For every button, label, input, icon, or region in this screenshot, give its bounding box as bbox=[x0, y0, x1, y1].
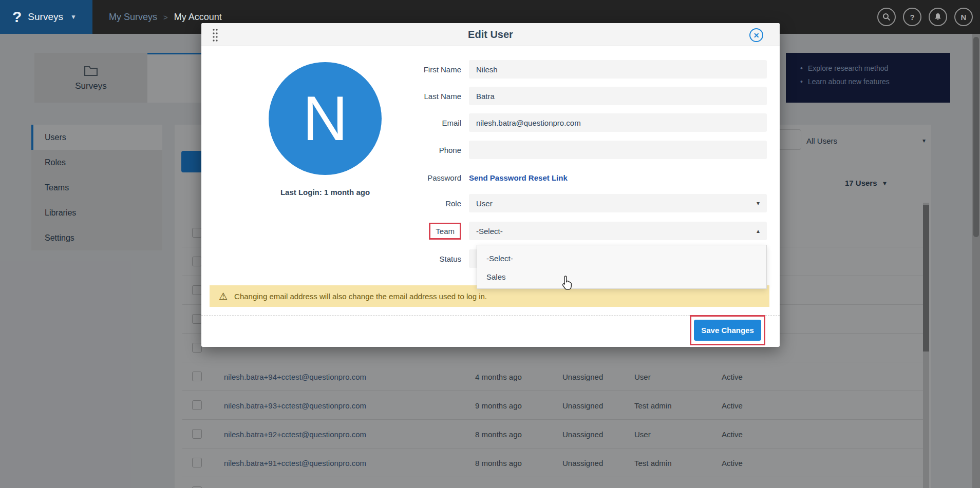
last-name-value: Batra bbox=[476, 92, 495, 101]
breadcrumb-my-surveys[interactable]: My Surveys bbox=[109, 12, 157, 23]
last-login-text: Last Login: 1 month ago bbox=[258, 188, 392, 197]
email-input[interactable]: nilesh.batra@questionpro.com bbox=[469, 113, 767, 132]
password-row: Password Send Password Reset Link bbox=[397, 168, 767, 187]
user-avatar: N bbox=[269, 62, 382, 175]
last-name-row: Last Name Batra bbox=[397, 87, 767, 105]
notifications-button[interactable] bbox=[929, 8, 947, 26]
chevron-down-icon: ▼ bbox=[70, 13, 77, 21]
chevron-down-icon: ▾ bbox=[757, 200, 760, 207]
status-label: Status bbox=[397, 255, 469, 263]
questionpro-logo-icon: ? bbox=[12, 9, 22, 25]
search-icon bbox=[882, 13, 891, 21]
modal-title: Edit User bbox=[201, 23, 780, 46]
close-button[interactable]: ✕ bbox=[749, 28, 763, 42]
account-avatar[interactable]: N bbox=[954, 8, 973, 26]
user-avatar-initial: N bbox=[303, 83, 348, 154]
save-button-annotation: Save Changes bbox=[690, 315, 765, 345]
role-row: Role User ▾ bbox=[397, 194, 767, 212]
save-changes-button[interactable]: Save Changes bbox=[694, 320, 761, 341]
search-button[interactable] bbox=[877, 8, 896, 26]
phone-row: Phone bbox=[397, 141, 767, 159]
product-menu[interactable]: ? Surveys ▼ bbox=[0, 0, 92, 34]
modal-header: Edit User ✕ bbox=[201, 23, 780, 46]
password-label: Password bbox=[397, 173, 469, 182]
help-button[interactable]: ? bbox=[903, 8, 921, 26]
team-dropdown-menu: -Select- Sales bbox=[477, 245, 767, 289]
cursor-pointer-hand bbox=[561, 275, 574, 290]
first-name-label: First Name bbox=[397, 65, 469, 74]
first-name-input[interactable]: Nilesh bbox=[469, 60, 767, 79]
phone-input[interactable] bbox=[469, 141, 767, 159]
first-name-value: Nilesh bbox=[476, 65, 498, 74]
breadcrumb-my-account: My Account bbox=[174, 12, 222, 23]
warning-text: Changing email address will also change … bbox=[234, 292, 487, 301]
team-value: -Select- bbox=[476, 227, 503, 236]
role-select[interactable]: User ▾ bbox=[469, 194, 767, 212]
breadcrumb-separator: > bbox=[163, 13, 168, 22]
email-value: nilesh.batra@questionpro.com bbox=[476, 119, 581, 127]
send-password-reset-link[interactable]: Send Password Reset Link bbox=[469, 173, 568, 182]
drag-handle-icon[interactable] bbox=[212, 28, 219, 42]
email-row: Email nilesh.batra@questionpro.com bbox=[397, 113, 767, 132]
warning-icon: ⚠ bbox=[219, 290, 228, 302]
edit-user-modal: Edit User ✕ N Last Login: 1 month ago Fi… bbox=[201, 23, 780, 347]
close-icon: ✕ bbox=[753, 31, 760, 40]
chevron-up-icon: ▴ bbox=[757, 227, 760, 235]
team-option-sales[interactable]: Sales bbox=[477, 267, 766, 286]
product-menu-label: Surveys bbox=[28, 11, 63, 23]
first-name-row: First Name Nilesh bbox=[397, 60, 767, 79]
team-label-annotation: Team bbox=[397, 223, 469, 240]
last-name-input[interactable]: Batra bbox=[469, 87, 767, 105]
team-label: Team bbox=[429, 223, 461, 240]
phone-label: Phone bbox=[397, 146, 469, 154]
team-row: Team -Select- ▴ bbox=[397, 222, 767, 240]
team-select[interactable]: -Select- ▴ bbox=[469, 222, 767, 240]
bell-icon bbox=[934, 13, 942, 21]
avatar-initial: N bbox=[961, 13, 967, 22]
app-screen: ? Surveys ▼ My Surveys > My Account ? N bbox=[0, 0, 980, 488]
last-name-label: Last Name bbox=[397, 92, 469, 101]
email-label: Email bbox=[397, 119, 469, 127]
help-icon: ? bbox=[910, 13, 914, 22]
role-value: User bbox=[476, 199, 493, 208]
team-option-select[interactable]: -Select- bbox=[477, 249, 766, 267]
role-label: Role bbox=[397, 199, 469, 208]
navbar-actions: ? N bbox=[877, 0, 973, 34]
